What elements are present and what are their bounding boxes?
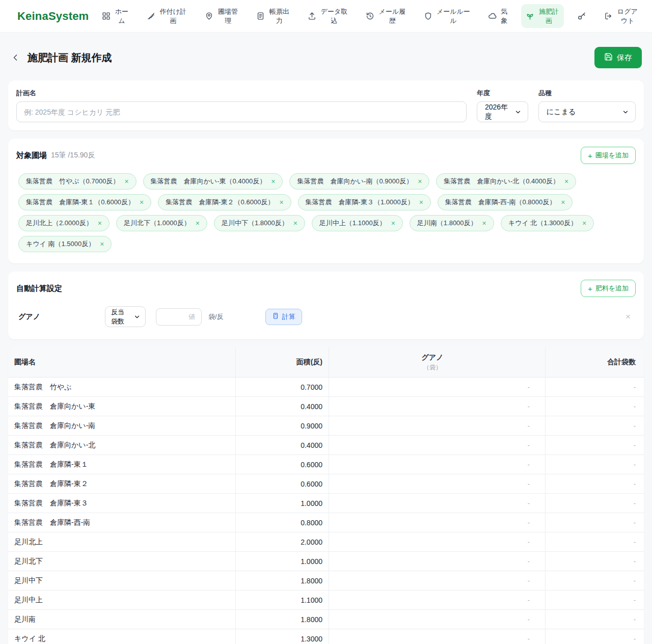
cell-total: - xyxy=(545,532,644,551)
cell-field-name: 集落営農 竹やぶ xyxy=(8,378,235,396)
cell-guano: - xyxy=(329,513,545,532)
remove-tag-icon[interactable]: × xyxy=(418,178,422,185)
nav-item-wheat[interactable]: 作付け計画 xyxy=(142,4,192,28)
calc-button[interactable]: 計算 xyxy=(265,309,302,325)
history-icon xyxy=(366,12,374,20)
cell-total: - xyxy=(545,610,644,629)
save-button[interactable]: 保存 xyxy=(594,47,642,68)
cell-guano: - xyxy=(329,416,545,435)
nav-item-logout[interactable]: ログアウト xyxy=(600,4,643,28)
cell-field-name: 集落営農 倉庫隣-東１ xyxy=(8,455,235,474)
cell-field-name: 足川北下 xyxy=(8,552,235,571)
nav-item-history[interactable]: メール履歴 xyxy=(361,4,411,28)
cell-area: 2.0000 xyxy=(235,532,329,551)
calc-value-input[interactable] xyxy=(156,308,202,326)
remove-tag-icon[interactable]: × xyxy=(279,199,283,206)
calculator-icon xyxy=(272,312,279,321)
add-fertilizer-button[interactable]: + 肥料を追加 xyxy=(581,280,636,297)
variety-select[interactable]: にこまる xyxy=(538,101,636,122)
field-tag: 集落営農 倉庫向かい-南（0.9000反） × xyxy=(289,173,429,190)
cell-total: - xyxy=(545,591,644,609)
remove-tag-icon[interactable]: × xyxy=(293,220,297,227)
nav-item-label: メールルール xyxy=(436,7,470,25)
remove-tag-icon[interactable]: × xyxy=(564,178,568,185)
cell-area: 0.7000 xyxy=(235,378,329,396)
remove-fertilizer-icon[interactable]: × xyxy=(622,312,634,322)
cell-guano: - xyxy=(329,571,545,590)
field-tag-label: 足川北上（2.0000反） xyxy=(26,219,93,228)
field-tag-label: 集落営農 倉庫向かい-北（0.4000反） xyxy=(444,177,559,186)
remove-tag-icon[interactable]: × xyxy=(140,199,144,206)
table-row: 集落営農 倉庫向かい-東 0.4000 - - xyxy=(8,397,644,416)
field-tag-label: 集落営農 竹やぶ（0.7000反） xyxy=(26,177,119,186)
target-fields-summary: 15筆 /15.90反 xyxy=(51,151,95,160)
nav-item-upload[interactable]: データ取込 xyxy=(303,4,352,28)
chevron-down-icon xyxy=(133,313,141,320)
field-tag: 足川北下（1.0000反） × xyxy=(116,215,207,231)
remove-tag-icon[interactable]: × xyxy=(98,220,102,227)
cell-total: - xyxy=(545,552,644,571)
cell-guano: - xyxy=(329,436,545,454)
remove-tag-icon[interactable]: × xyxy=(561,199,565,206)
remove-tag-icon[interactable]: × xyxy=(271,178,275,185)
calc-method-select[interactable]: 反当袋数 xyxy=(105,306,146,327)
cell-field-name: 集落営農 倉庫隣-西-南 xyxy=(8,513,235,532)
field-tag: 集落営農 竹やぶ（0.7000反） × xyxy=(18,173,137,190)
table-body: 集落営農 竹やぶ 0.7000 - - 集落営農 倉庫向かい-東 0.4000 … xyxy=(8,378,644,644)
field-tag-label: 集落営農 倉庫向かい-南（0.9000反） xyxy=(297,177,413,186)
nav-item-key[interactable] xyxy=(573,9,591,24)
cell-guano: - xyxy=(329,474,545,493)
calc-unit-label: 袋/反 xyxy=(208,312,224,321)
remove-tag-icon[interactable]: × xyxy=(196,220,200,227)
cell-area: 1.8000 xyxy=(235,571,329,590)
nav-item-map-pin[interactable]: 圃場管理 xyxy=(200,4,243,28)
nav-item-shield[interactable]: メールルール xyxy=(419,4,475,28)
field-tag-label: 集落営農 倉庫隣-西-南（0.8000反） xyxy=(445,198,556,207)
cell-guano: - xyxy=(329,532,545,551)
remove-tag-icon[interactable]: × xyxy=(124,178,128,185)
table-row: 足川中下 1.8000 - - xyxy=(8,571,644,591)
remove-tag-icon[interactable]: × xyxy=(582,220,586,227)
nav-item-cloud[interactable]: 気象 xyxy=(483,4,512,28)
remove-tag-icon[interactable]: × xyxy=(482,220,486,227)
cell-area: 0.6000 xyxy=(235,474,329,493)
field-tag-label: 足川北下（1.0000反） xyxy=(124,219,191,228)
table-row: 集落営農 倉庫隣-西-南 0.8000 - - xyxy=(8,513,644,532)
table-row: 集落営農 竹やぶ 0.7000 - - xyxy=(8,378,644,397)
cell-area: 0.8000 xyxy=(235,513,329,532)
plan-name-label: 計画名 xyxy=(16,89,467,98)
plan-name-input[interactable] xyxy=(16,101,467,122)
map-pin-icon xyxy=(205,12,213,20)
nav-item-document[interactable]: 帳票出力 xyxy=(252,4,294,28)
cell-field-name: 集落営農 倉庫隣-東３ xyxy=(8,494,235,513)
cell-area: 1.1000 xyxy=(235,591,329,609)
cell-total: - xyxy=(545,455,644,474)
back-icon[interactable] xyxy=(10,52,20,63)
cell-total: - xyxy=(545,416,644,435)
table-row: 集落営農 倉庫隣-東２ 0.6000 - - xyxy=(8,474,644,494)
field-tag: 足川中下（1.8000反） × xyxy=(214,215,305,231)
cell-field-name: 集落営農 倉庫向かい-北 xyxy=(8,436,235,454)
nav-item-seedling[interactable]: 施肥計画 xyxy=(521,4,564,28)
remove-tag-icon[interactable]: × xyxy=(419,199,423,206)
cell-total: - xyxy=(545,474,644,493)
remove-tag-icon[interactable]: × xyxy=(391,220,395,227)
cell-guano: - xyxy=(329,455,545,474)
field-tag: 集落営農 倉庫向かい-東（0.4000反） × xyxy=(143,173,283,190)
field-tag-label: キウイ 南（1.5000反） xyxy=(26,239,95,249)
cell-field-name: 足川中上 xyxy=(8,591,235,609)
remove-tag-icon[interactable]: × xyxy=(100,240,104,248)
logout-icon xyxy=(604,12,613,20)
nav-item-label: 作付け計画 xyxy=(159,7,187,25)
cell-total: - xyxy=(545,513,644,532)
calc-method-value: 反当袋数 xyxy=(111,308,130,326)
year-select[interactable]: 2026年度 xyxy=(477,101,528,122)
cell-total: - xyxy=(545,436,644,454)
add-fertilizer-button-label: 肥料を追加 xyxy=(595,284,629,293)
page-header: 施肥計画 新規作成 保存 xyxy=(10,47,642,68)
add-field-button[interactable]: + 圃場を追加 xyxy=(581,147,636,164)
nav-item-grid[interactable]: ホーム xyxy=(97,4,133,28)
brand-logo[interactable]: KeinaSystem xyxy=(17,10,89,23)
wheat-icon xyxy=(147,12,155,20)
cell-area: 1.3000 xyxy=(235,629,329,644)
